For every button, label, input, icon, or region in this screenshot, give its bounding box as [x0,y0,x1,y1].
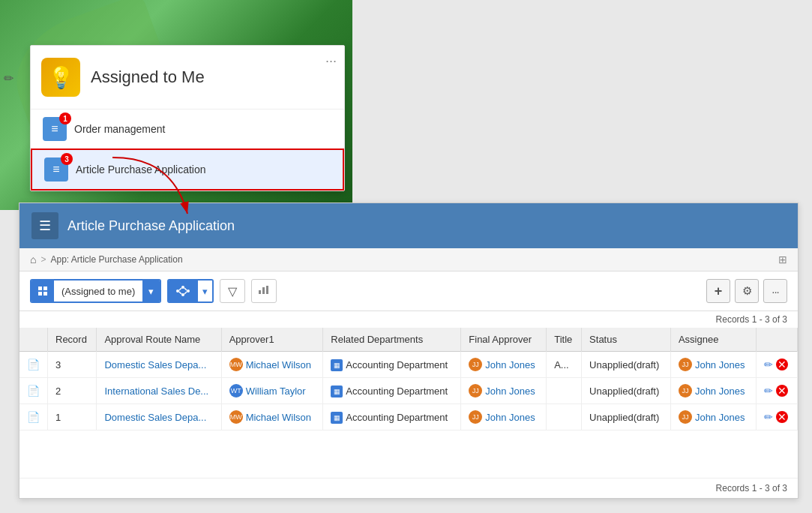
approver1-link[interactable]: William Taylor [246,386,306,397]
approver1-user: MW Michael Wilson [229,410,311,424]
assignee-user: JJ John Jones [679,358,745,371]
final-approver-cell: JJ John Jones [461,378,547,404]
assignee-link[interactable]: John Jones [695,359,745,370]
approval-route-link[interactable]: Domestic Sales Depa... [104,359,206,370]
final-approver-user: JJ John Jones [469,384,535,398]
arrow-indicator [105,150,195,227]
approver1-avatar: WT [229,384,243,398]
dept-icon: ▦ Accounting Department [331,386,448,398]
approval-route-cell[interactable]: Domestic Sales Depa... [97,404,221,430]
three-dots-menu[interactable]: ··· [325,53,337,69]
delete-button[interactable]: ✕ [776,411,788,423]
action-buttons: ✏ ✕ [764,358,790,370]
chart-icon [258,284,270,298]
assignee-user: JJ John Jones [679,410,745,424]
action-buttons: ✏ ✕ [764,411,790,423]
title-cell [547,378,582,404]
col-title[interactable]: Title [547,328,582,352]
assignee-cell: JJ John Jones [670,378,756,404]
svg-point-8 [187,290,190,292]
pin-icon[interactable]: ⊞ [778,254,787,266]
record-doc-icon: 📄 [27,411,40,423]
assignee-cell: JJ John Jones [670,404,756,430]
edit-button[interactable]: ✏ [764,411,773,423]
svg-line-11 [184,288,187,290]
col-checkbox [19,328,48,352]
edit-button[interactable]: ✏ [764,358,773,370]
home-icon[interactable]: ⌂ [30,254,36,266]
view-label: (Assigned to me) [54,280,142,302]
final-approver-link[interactable]: John Jones [485,386,535,397]
svg-rect-2 [43,286,47,290]
assignee-link[interactable]: John Jones [695,386,745,397]
title-cell [547,404,582,430]
dept-icon: ▦ Accounting Department [331,359,448,371]
final-approver-user: JJ John Jones [469,358,535,371]
col-final-approver[interactable]: Final Approver [461,328,547,352]
svg-point-6 [181,286,184,289]
col-status[interactable]: Status [582,328,671,352]
status-cell: Unapplied(draft) [582,352,671,378]
delete-button[interactable]: ✕ [776,385,788,397]
action-cell: ✏ ✕ [756,352,797,378]
breadcrumb-separator: > [40,254,46,265]
col-record[interactable]: Record [48,328,97,352]
assignee-link[interactable]: John Jones [695,412,745,423]
approver1-cell: MW Michael Wilson [221,404,323,430]
dept-icon: ▦ Accounting Department [331,412,448,424]
settings-button[interactable]: ⚙ [735,279,759,303]
svg-rect-1 [38,286,42,290]
edit-icon[interactable]: ✏ [4,71,13,86]
edit-button[interactable]: ✏ [764,385,773,397]
assigned-to-me-title: Assigned to Me [91,68,205,87]
table-row: 📄 3 Domestic Sales Depa... MW Michael Wi… [19,352,798,378]
approval-route-cell[interactable]: International Sales De... [97,378,221,404]
view-selector[interactable]: (Assigned to me) ▾ [30,279,161,303]
col-assignee[interactable]: Assignee [670,328,756,352]
record-number: 3 [48,352,97,378]
svg-rect-14 [262,287,265,294]
record-number: 1 [48,404,97,430]
svg-rect-3 [38,292,42,296]
approval-route-link[interactable]: International Sales De... [104,386,208,397]
filter-icon: ▽ [228,284,237,298]
svg-rect-4 [43,292,47,296]
final-approver-link[interactable]: John Jones [485,412,535,423]
action-buttons: ✏ ✕ [764,385,790,397]
approver1-link[interactable]: Michael Wilson [246,359,311,370]
dept-square-icon: ▦ [331,386,343,398]
col-approver1[interactable]: Approver1 [221,328,323,352]
view-caret[interactable]: ▾ [142,280,160,302]
breadcrumb-bar: ⌂ > App: Article Purchase Application ⊞ [19,248,798,272]
final-approver-cell: JJ John Jones [461,404,547,430]
approval-route-link[interactable]: Domestic Sales Depa... [104,412,206,423]
final-approver-user: JJ John Jones [469,410,535,424]
chart-button[interactable] [251,279,277,303]
workflow-caret[interactable]: ▾ [197,280,212,302]
approver1-link[interactable]: Michael Wilson [246,412,311,423]
main-panel: ☰ Article Purchase Application ⌂ > App: … [19,202,799,499]
hamburger-menu-icon[interactable]: ☰ [31,212,58,239]
dropdown-header: 💡 Assigned to Me [31,46,344,110]
col-approval-route[interactable]: Approval Route Name [97,328,221,352]
delete-button[interactable]: ✕ [776,358,788,370]
final-approver-avatar: JJ [469,384,482,398]
approver1-user: WT William Taylor [229,384,306,398]
action-cell: ✏ ✕ [756,378,797,404]
status-cell: Unapplied(draft) [582,404,671,430]
filter-button[interactable]: ▽ [220,279,245,303]
final-approver-link[interactable]: John Jones [485,359,535,370]
article-purchase-badge: 3 [61,153,73,165]
approval-route-cell[interactable]: Domestic Sales Depa... [97,352,221,378]
dropdown-item-order-management[interactable]: ≡ 1 Order management [31,110,344,148]
col-related-dept[interactable]: Related Departments [323,328,461,352]
svg-rect-13 [259,290,261,294]
add-button[interactable]: + [706,279,730,303]
grid-view-icon [31,280,54,302]
related-dept-cell: ▦ Accounting Department [323,404,461,430]
dept-square-icon: ▦ [331,359,343,371]
approver1-avatar: MW [229,410,243,424]
svg-line-10 [179,292,181,294]
workflow-button[interactable]: ▾ [167,279,214,303]
more-options-button[interactable]: ··· [763,279,787,303]
